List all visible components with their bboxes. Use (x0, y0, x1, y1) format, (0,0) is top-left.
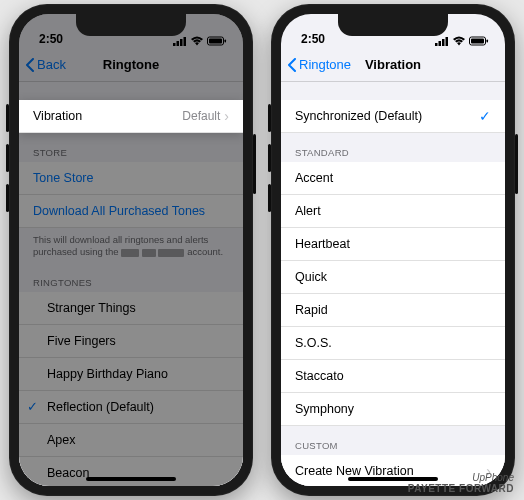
svg-rect-13 (487, 40, 489, 43)
signal-icon (435, 36, 449, 46)
vibration-row[interactable]: Rapid (281, 294, 505, 327)
svg-rect-8 (439, 41, 442, 46)
row-label: Heartbeat (295, 237, 350, 251)
row-label: Happy Birthday Piano (47, 367, 168, 381)
svg-rect-7 (435, 43, 438, 46)
row-label: Staccato (295, 369, 344, 383)
status-time: 2:50 (301, 32, 325, 46)
ringtone-row[interactable]: Happy Birthday Piano (19, 358, 243, 391)
status-icons (173, 36, 227, 46)
home-indicator (348, 477, 438, 481)
download-all-row[interactable]: Download All Purchased Tones (19, 195, 243, 228)
row-label: Tone Store (33, 171, 93, 185)
section-header-custom: CUSTOM (281, 426, 505, 455)
section-header-store: STORE (19, 133, 243, 162)
row-label: Accent (295, 171, 333, 185)
content-right: Synchronized (Default) ✓ STANDARD Accent… (281, 82, 505, 486)
phone-right: 2:50 Ringtone Vibration Synchronized (De… (271, 4, 515, 496)
chevron-left-icon (287, 58, 297, 72)
section-header-ringtones: RINGTONES (19, 263, 243, 292)
row-label: Quick (295, 270, 327, 284)
nav-bar: Ringtone Vibration (281, 48, 505, 82)
download-footer: This will download all ringtones and ale… (19, 228, 243, 263)
tone-store-row[interactable]: Tone Store (19, 162, 243, 195)
battery-icon (207, 36, 227, 46)
row-label: Synchronized (Default) (295, 109, 422, 123)
svg-rect-9 (442, 39, 445, 46)
svg-rect-5 (209, 39, 222, 44)
vibration-row[interactable]: Heartbeat (281, 228, 505, 261)
status-icons (435, 36, 489, 46)
back-button[interactable]: Ringtone (287, 57, 351, 72)
row-label: Five Fingers (47, 334, 116, 348)
standard-list: AccentAlertHeartbeatQuickRapidS.O.S.Stac… (281, 162, 505, 426)
checkmark-icon: ✓ (27, 399, 38, 414)
svg-rect-12 (471, 39, 484, 44)
content-left: Vibration Default › STORE Tone Store Dow… (19, 82, 243, 486)
row-label: Create New Vibration (295, 464, 414, 478)
vibration-row[interactable]: Quick (281, 261, 505, 294)
row-label: Beacon (47, 466, 89, 480)
vibration-row[interactable]: Staccato (281, 360, 505, 393)
back-label: Ringtone (299, 57, 351, 72)
chevron-right-icon: › (486, 463, 491, 479)
wifi-icon (190, 36, 204, 46)
back-label: Back (37, 57, 66, 72)
row-label: S.O.S. (295, 336, 332, 350)
wifi-icon (452, 36, 466, 46)
page-title: Vibration (365, 57, 421, 72)
chevron-right-icon: › (224, 108, 229, 124)
screen-right: 2:50 Ringtone Vibration Synchronized (De… (281, 14, 505, 486)
svg-rect-2 (180, 39, 183, 46)
create-new-vibration-row[interactable]: Create New Vibration › (281, 455, 505, 486)
notch (338, 14, 448, 36)
row-label: Stranger Things (47, 301, 136, 315)
chevron-left-icon (25, 58, 35, 72)
vibration-row[interactable]: Accent (281, 162, 505, 195)
svg-rect-0 (173, 43, 176, 46)
home-indicator (86, 477, 176, 481)
checkmark-icon: ✓ (479, 108, 491, 124)
status-time: 2:50 (39, 32, 63, 46)
ringtone-row[interactable]: Apex (19, 424, 243, 457)
ringtone-row[interactable]: ✓Reflection (Default) (19, 391, 243, 424)
signal-icon (173, 36, 187, 46)
screen-left: 2:50 Back Ringtone Vibration Default › (19, 14, 243, 486)
row-label: Reflection (Default) (47, 400, 154, 414)
vibration-row[interactable]: Vibration Default › (19, 100, 243, 133)
row-label: Symphony (295, 402, 354, 416)
back-button[interactable]: Back (25, 57, 66, 72)
svg-rect-1 (177, 41, 180, 46)
row-label: Vibration (33, 109, 82, 123)
notch (76, 14, 186, 36)
ringtone-list: Stranger ThingsFive FingersHappy Birthda… (19, 292, 243, 486)
battery-icon (469, 36, 489, 46)
nav-bar: Back Ringtone (19, 48, 243, 82)
svg-rect-3 (184, 37, 187, 46)
section-header-standard: STANDARD (281, 133, 505, 162)
vibration-row[interactable]: Symphony (281, 393, 505, 426)
vibration-row[interactable]: S.O.S. (281, 327, 505, 360)
ringtone-row[interactable]: Five Fingers (19, 325, 243, 358)
phone-left: 2:50 Back Ringtone Vibration Default › (9, 4, 253, 496)
vibration-row[interactable]: Alert (281, 195, 505, 228)
page-title: Ringtone (103, 57, 159, 72)
vibration-default-row[interactable]: Synchronized (Default) ✓ (281, 100, 505, 133)
svg-rect-10 (446, 37, 449, 46)
row-label: Apex (47, 433, 76, 447)
ringtone-row[interactable]: Beacon (19, 457, 243, 486)
svg-rect-6 (225, 40, 227, 43)
row-label: Alert (295, 204, 321, 218)
row-label: Download All Purchased Tones (33, 204, 205, 218)
row-label: Rapid (295, 303, 328, 317)
row-value: Default › (182, 108, 229, 124)
ringtone-row[interactable]: Stranger Things (19, 292, 243, 325)
